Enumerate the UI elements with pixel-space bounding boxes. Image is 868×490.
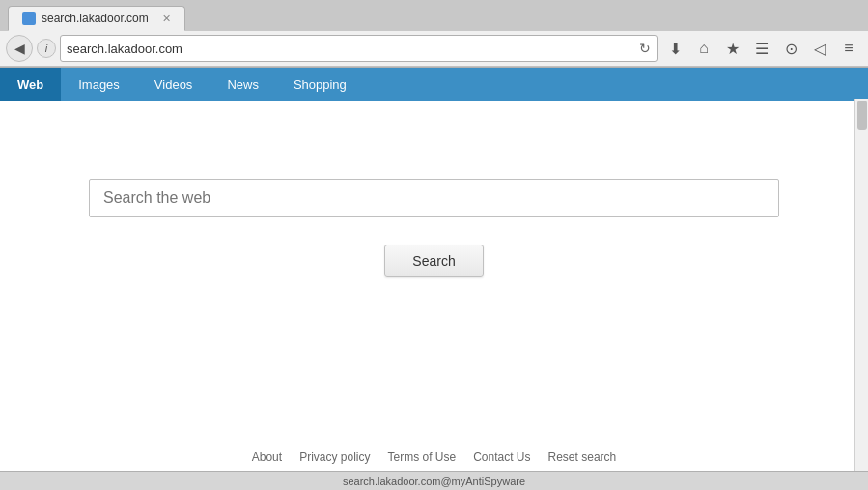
search-button-label: Search xyxy=(412,253,455,269)
search-button[interactable]: Search xyxy=(384,245,483,277)
search-input[interactable] xyxy=(89,179,779,217)
browser-toolbar: ◀ i ↻ ⬇ ⌂ ★ ☰ ⊙ ◁ xyxy=(0,31,868,67)
reading-list-button[interactable]: ☰ xyxy=(748,35,775,62)
download-icon: ⬇ xyxy=(669,40,682,58)
reset-label: Reset search xyxy=(548,450,617,464)
toolbar-icons: ⬇ ⌂ ★ ☰ ⊙ ◁ ≡ xyxy=(661,35,862,62)
nav-label-news: News xyxy=(227,77,259,92)
back-button[interactable]: ◀ xyxy=(6,35,33,62)
about-label: About xyxy=(252,450,282,464)
nav-item-news[interactable]: News xyxy=(210,68,276,101)
nav-label-images: Images xyxy=(78,77,120,92)
address-bar[interactable]: ↻ xyxy=(60,35,658,62)
pocket-button[interactable]: ⊙ xyxy=(777,35,804,62)
contact-link[interactable]: Contact Us xyxy=(473,450,530,464)
tab-bar: search.lakadoor.com ✕ xyxy=(0,0,868,31)
footer-links: About Privacy policy Terms of Use Contac… xyxy=(252,450,616,464)
tab-title: search.lakadoor.com xyxy=(42,12,149,25)
terms-label: Terms of Use xyxy=(387,450,456,464)
browser-chrome: search.lakadoor.com ✕ ◀ i ↻ ⬇ ⌂ ★ ☰ xyxy=(0,0,868,68)
privacy-label: Privacy policy xyxy=(299,450,370,464)
share-button[interactable]: ◁ xyxy=(806,35,833,62)
home-icon: ⌂ xyxy=(699,40,709,57)
search-nav: Web Images Videos News Shopping xyxy=(0,68,868,101)
active-tab[interactable]: search.lakadoor.com ✕ xyxy=(8,6,185,31)
back-icon: ◀ xyxy=(14,41,25,56)
reset-link[interactable]: Reset search xyxy=(548,450,617,464)
status-bar: search.lakadoor.com@myAntiSpyware xyxy=(0,471,868,490)
terms-link[interactable]: Terms of Use xyxy=(387,450,456,464)
nav-item-web[interactable]: Web xyxy=(0,68,61,101)
pocket-icon: ⊙ xyxy=(785,40,798,58)
nav-label-shopping: Shopping xyxy=(294,77,347,92)
menu-icon: ≡ xyxy=(844,40,853,57)
main-content: Search About Privacy policy Terms of Use… xyxy=(0,101,868,490)
star-icon: ★ xyxy=(726,40,740,58)
menu-button[interactable]: ≡ xyxy=(835,35,862,62)
tab-close-button[interactable]: ✕ xyxy=(162,13,171,25)
nav-label-web: Web xyxy=(17,77,43,92)
info-icon: i xyxy=(45,43,47,54)
scrollbar[interactable] xyxy=(854,99,868,471)
nav-item-shopping[interactable]: Shopping xyxy=(276,68,364,101)
info-button[interactable]: i xyxy=(37,39,56,58)
nav-label-videos: Videos xyxy=(154,77,193,92)
about-link[interactable]: About xyxy=(252,450,282,464)
tab-favicon xyxy=(22,12,36,25)
nav-item-images[interactable]: Images xyxy=(61,68,137,101)
bookmarks-button[interactable]: ★ xyxy=(719,35,746,62)
contact-label: Contact Us xyxy=(473,450,530,464)
home-button[interactable]: ⌂ xyxy=(690,35,717,62)
privacy-link[interactable]: Privacy policy xyxy=(299,450,370,464)
address-input[interactable] xyxy=(67,42,635,56)
share-icon: ◁ xyxy=(814,40,826,58)
nav-item-videos[interactable]: Videos xyxy=(137,68,210,101)
scrollbar-thumb[interactable] xyxy=(857,101,867,130)
reload-button[interactable]: ↻ xyxy=(639,41,651,56)
reading-icon: ☰ xyxy=(755,40,769,58)
status-text: search.lakadoor.com@myAntiSpyware xyxy=(343,476,525,487)
download-button[interactable]: ⬇ xyxy=(661,35,688,62)
